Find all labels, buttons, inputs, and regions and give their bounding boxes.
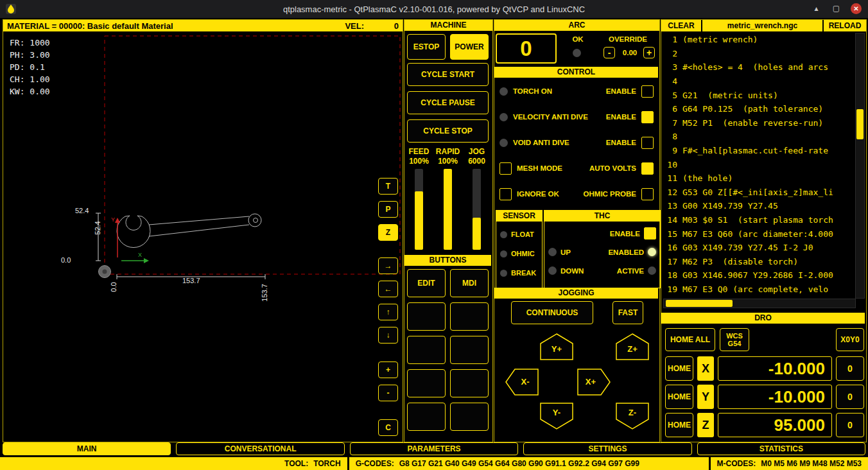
override-minus-button[interactable]: - — [603, 47, 615, 58]
user-button-empty[interactable] — [450, 369, 489, 397]
gcode-line: 10 — [663, 157, 855, 171]
gcode-line: 6G64 P0.125 (path tolerance) — [663, 102, 855, 116]
reload-button[interactable]: RELOAD — [824, 20, 866, 31]
zero-y-button[interactable]: 0 — [836, 385, 864, 409]
tab-main[interactable]: MAIN — [3, 442, 171, 455]
gcode-vertical-scrollbar[interactable] — [855, 33, 865, 299]
cycle-pause-button[interactable]: CYCLE PAUSE — [407, 91, 489, 114]
ohmic-probe-checkbox[interactable] — [641, 188, 654, 200]
mdi-button[interactable]: MDI — [450, 269, 489, 297]
user-button-empty[interactable] — [407, 302, 446, 331]
ignore-ok-checkbox[interactable] — [499, 188, 512, 200]
jog-z-plus-button[interactable]: Z+ — [616, 333, 649, 360]
clear-plot-button[interactable]: C — [378, 419, 398, 436]
home-all-button[interactable]: HOME ALL — [665, 328, 715, 351]
view-p-button[interactable]: P — [378, 201, 398, 218]
tab-conversational[interactable]: CONVERSATIONAL — [176, 442, 344, 455]
gcode-vertical-scrollbar-thumb[interactable] — [856, 109, 864, 139]
gcode-viewer[interactable]: 1(metric wrench) 2 3#<holes> = 4 (holes … — [663, 33, 855, 297]
fast-jog-button[interactable]: FAST — [612, 301, 643, 324]
gcode-horizontal-scrollbar-thumb[interactable] — [666, 300, 733, 307]
auto-volts-label: AUTO VOLTS — [589, 164, 636, 172]
jog-label: JOG 6000 — [462, 147, 491, 166]
user-button-empty[interactable] — [450, 302, 489, 331]
svg-text:Y+: Y+ — [551, 344, 562, 354]
pan-right-button[interactable]: → — [378, 257, 398, 274]
clear-button[interactable]: CLEAR — [661, 20, 701, 31]
gcode-horizontal-scrollbar[interactable] — [663, 299, 856, 308]
rapid-slider[interactable] — [444, 169, 452, 250]
power-button[interactable]: POWER — [450, 34, 489, 60]
svg-text:X+: X+ — [586, 377, 596, 387]
material-selector[interactable]: MATERIAL = 00000: Basic default Material — [7, 21, 345, 31]
auto-volts-checkbox[interactable] — [641, 162, 654, 175]
edit-button[interactable]: EDIT — [407, 269, 446, 297]
zero-x-button[interactable]: 0 — [836, 356, 864, 381]
thc-box: THC ENABLE UP ENABLED DOWN ACTIVE — [544, 210, 661, 288]
user-button-empty[interactable] — [450, 336, 489, 364]
zero-z-button[interactable]: 0 — [836, 413, 864, 437]
float-label: FLOAT — [511, 231, 534, 238]
velocity-anti-dive-row: VELOCITY ANTI DIVE ENABLE — [499, 109, 654, 125]
gcode-line: 9F#<_hal[plasmac.cut-feed-rate — [663, 144, 855, 158]
dim-label-zero-y: 0.0 — [110, 282, 117, 292]
home-z-button[interactable]: HOME — [665, 413, 693, 437]
break-led — [500, 270, 507, 277]
home-x-button[interactable]: HOME — [665, 356, 693, 381]
cycle-start-button[interactable]: CYCLE START — [407, 63, 489, 86]
tab-statistics[interactable]: STATISTICS — [697, 442, 865, 455]
jog-z-minus-button[interactable]: Z- — [616, 403, 649, 430]
jog-x-minus-button[interactable]: X- — [505, 369, 539, 396]
mcodes-status: M-CODES: M0 M5 M6 M9 M48 M52 M53 — [711, 457, 868, 470]
material-bar: MATERIAL = 00000: Basic default Material… — [3, 20, 403, 31]
estop-button[interactable]: ESTOP — [407, 34, 446, 60]
close-icon[interactable]: ✕ — [851, 3, 862, 14]
feed-slider[interactable] — [415, 169, 423, 250]
tab-parameters[interactable]: PARAMETERS — [350, 442, 518, 455]
jog-x-plus-button[interactable]: X+ — [577, 369, 611, 396]
thc-active-led — [648, 266, 656, 275]
user-button-empty[interactable] — [407, 403, 446, 431]
override-value: 0.00 — [618, 49, 642, 57]
axis-y-label: Y — [111, 216, 115, 223]
user-button-empty[interactable] — [407, 369, 446, 397]
gcode-line: 5G21 (metric units) — [663, 88, 855, 102]
jog-slider[interactable] — [473, 169, 481, 250]
mcodes-label: M-CODES: — [717, 459, 756, 468]
maximize-icon[interactable]: ▢ — [831, 3, 842, 14]
keep-above-icon[interactable]: ▴ — [811, 3, 822, 14]
gcode-line: 12G53 G0 Z[[#<_ini[axis_z]max_li — [663, 186, 855, 200]
jog-y-minus-button[interactable]: Y- — [540, 403, 573, 430]
arc-ok-label: OK — [568, 35, 587, 43]
zoom-out-button[interactable]: - — [378, 385, 398, 401]
torch-enable-checkbox[interactable] — [641, 85, 654, 98]
void-enable-checkbox[interactable] — [641, 137, 654, 149]
tab-settings[interactable]: SETTINGS — [523, 442, 691, 455]
window-titlebar: qtplasmac-metric - QtPlasmaC v2.10-001.0… — [0, 0, 868, 18]
override-plus-button[interactable]: + — [643, 47, 655, 58]
cycle-stop-button[interactable]: CYCLE STOP — [407, 119, 489, 143]
continuous-jog-button[interactable]: CONTINUOUS — [511, 301, 593, 324]
thc-down-row: DOWN ACTIVE — [544, 266, 660, 275]
user-button-empty[interactable] — [407, 336, 446, 364]
void-anti-dive-led — [499, 139, 508, 147]
svg-text:Z-: Z- — [629, 408, 636, 417]
user-button-empty[interactable] — [450, 403, 489, 431]
view-z-button[interactable]: Z — [378, 224, 398, 241]
pan-down-button[interactable]: ↓ — [378, 327, 398, 344]
arc-ok-led — [573, 49, 581, 57]
velocity-enable-checkbox[interactable] — [641, 111, 654, 123]
view-top-button[interactable]: T — [378, 178, 398, 195]
gcode-line: 11(the hole) — [663, 171, 855, 186]
pan-left-button[interactable]: ← — [378, 281, 398, 297]
pan-up-button[interactable]: ↑ — [378, 304, 398, 320]
home-y-button[interactable]: HOME — [665, 385, 693, 409]
axis-y-label: Y — [697, 385, 714, 409]
mesh-mode-checkbox[interactable] — [499, 162, 512, 175]
thc-enable-checkbox[interactable] — [644, 227, 656, 239]
x0y0-button[interactable]: X0Y0 — [836, 328, 864, 351]
gcode-line: 4 — [663, 74, 855, 89]
jog-y-plus-button[interactable]: Y+ — [540, 333, 573, 360]
zoom-in-button[interactable]: + — [378, 361, 398, 378]
wcs-button[interactable]: WCS G54 — [720, 328, 749, 351]
